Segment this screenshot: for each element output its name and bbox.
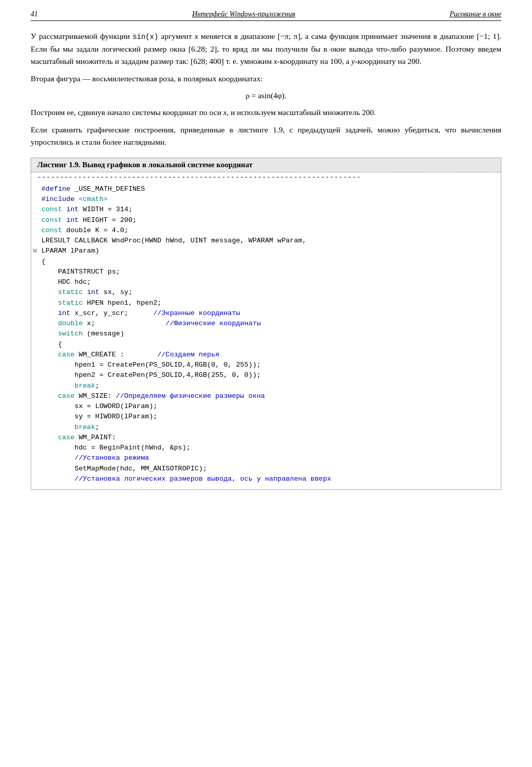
- code-line-1: #define _USE_MATH_DEFINES: [41, 184, 501, 194]
- token-sx: sx = LOWORD(lParam);: [41, 401, 157, 412]
- token-sp-11: [83, 287, 87, 298]
- token-comment-13: //Экранные координаты: [153, 308, 240, 319]
- code-line-11: static int sx, sy;: [41, 287, 501, 298]
- token-hpen1: hpen1 = CreatePen(PS_SOLID,4,RGB(0, 0, 2…: [41, 360, 261, 370]
- token-val: _USE_MATH_DEFINES: [71, 184, 145, 194]
- token-wmcreate: WM_CREATE :: [75, 350, 157, 360]
- token-indent-21: [41, 391, 58, 401]
- token-rest-11: sx, sy;: [99, 287, 132, 298]
- formula-block: ρ = asin(4φ).: [31, 91, 501, 100]
- dashes-text: ----------------------------------------…: [37, 173, 361, 181]
- token-include-kw: #include: [41, 194, 75, 205]
- token-indent-24: [41, 422, 75, 433]
- token-int2: int: [66, 215, 79, 225]
- token-define: #define: [41, 184, 71, 194]
- token-indent-13: [41, 308, 58, 319]
- token-indent-20: [41, 381, 75, 391]
- token-case3: case: [58, 433, 74, 443]
- listing-dashes: ----------------------------------------…: [31, 172, 501, 181]
- code-line-23: sy = HIWORD(lParam);: [41, 412, 501, 422]
- code-line-15: switch (message): [41, 329, 501, 339]
- token-static: static: [58, 287, 83, 298]
- code-line-20: break;: [41, 381, 501, 391]
- token-static2: static: [58, 298, 83, 308]
- paragraph-2: Вторая фигура — восьмилепестковая роза, …: [31, 73, 501, 85]
- token-rest: WIDTH = 314;: [79, 205, 132, 215]
- code-line-10: HDC hdc;: [41, 277, 501, 287]
- token-lparam: LPARAM lParam): [41, 246, 99, 256]
- page: 41 Интерфейс Windows-приложения Рисовани…: [0, 0, 532, 767]
- token-comment-17: //Создаем перья: [157, 350, 220, 360]
- code-line-14: double x; //Физические координаты: [41, 319, 501, 329]
- token-sy: sy = HIWORD(lParam);: [41, 412, 157, 422]
- paragraph-1: У рассматриваемой функции sin(x) аргумен…: [31, 30, 501, 67]
- token-comment-29: //Установка логических размеров вывода, …: [75, 474, 331, 484]
- formula-text: ρ = asin(4φ).: [245, 91, 286, 100]
- token-rest2: HEIGHT = 200;: [79, 215, 136, 225]
- code-line-26: hdc = BeginPaint(hWnd, &ps);: [41, 443, 501, 453]
- token-lresult: LRESULT CALLBACK WndProc(HWND hWnd, UINT…: [41, 236, 306, 246]
- token-rest-13: x_scr, y_scr;: [71, 308, 153, 319]
- page-header: 41 Интерфейс Windows-приложения Рисовани…: [31, 10, 501, 21]
- token-brace2: {: [41, 340, 62, 350]
- token-beginpaint: hdc = BeginPaint(hWnd, &ps);: [41, 443, 191, 453]
- token-rest3: double K = 4.0;: [62, 225, 129, 236]
- token-case2: case: [58, 391, 74, 401]
- token-switch: switch: [58, 329, 83, 339]
- code-line-5: const double K = 4.0;: [41, 225, 501, 236]
- token-semi-24: ;: [95, 422, 99, 433]
- token-case1: case: [58, 350, 74, 360]
- code-line-21: case WM_SIZE: //Определяем физические ра…: [41, 391, 501, 401]
- code-line-17: case WM_CREATE : //Создаем перья: [41, 350, 501, 360]
- code-line-13: int x_scr, y_scr; //Экранные координаты: [41, 308, 501, 319]
- token-sp: [62, 205, 66, 215]
- token-indent-25: [41, 433, 58, 443]
- token-include-val: <cmath>: [75, 194, 108, 205]
- token-const: const: [41, 205, 62, 215]
- token-indent-14: [41, 319, 58, 329]
- code-line-27: //Установка режима: [41, 453, 501, 463]
- token-int-13: int: [58, 308, 70, 319]
- token-comment-21: //Определяем физические размеры окна: [116, 391, 265, 401]
- code-line-8: {: [41, 257, 501, 267]
- paragraph-3: Построим ее, сдвинув начало системы коор…: [31, 106, 501, 119]
- code-line-18: hpen1 = CreatePen(PS_SOLID,4,RGB(0, 0, 2…: [41, 360, 501, 370]
- code-line-16: {: [41, 340, 501, 350]
- token-indent-12: [41, 298, 58, 308]
- code-line-25: case WM_PAINT:: [41, 433, 501, 443]
- code-line-9: PAINTSTRUCT ps;: [41, 267, 501, 277]
- section-title: Рисование в окне: [450, 10, 501, 18]
- code-line-2: #include <cmath>: [41, 194, 501, 205]
- code-line-29: //Установка логических размеров вывода, …: [41, 474, 501, 484]
- token-rest-14: x;: [83, 319, 166, 329]
- token-rest-15: (message): [83, 329, 124, 339]
- token-setmapmode: SetMapMode(hdc, MM_ANISOTROPIC);: [41, 464, 207, 474]
- token-int-11: int: [87, 287, 99, 298]
- page-number: 41: [31, 10, 38, 18]
- token-paintstruct: PAINTSTRUCT ps;: [41, 267, 120, 277]
- token-rest-12: HPEN hpen1, hpen2;: [83, 298, 161, 308]
- token-hpen2: hpen2 = CreatePen(PS_SOLID,4,RGB(255, 0,…: [41, 370, 261, 380]
- token-comment-27: //Установка режима: [75, 453, 149, 463]
- token-indent-15: [41, 329, 58, 339]
- token-break2: break: [75, 422, 96, 433]
- code-line-6: LRESULT CALLBACK WndProc(HWND hWnd, UINT…: [41, 236, 501, 246]
- paragraph-4: Если сравнить графические построения, пр…: [31, 124, 501, 148]
- listing-title: Листинг 1.9. Вывод графиков в локальной …: [31, 158, 501, 172]
- token-sp2: [62, 215, 66, 225]
- chapter-title: Интерфейс Windows-приложения: [192, 10, 295, 18]
- code-line-19: hpen2 = CreatePen(PS_SOLID,4,RGB(255, 0,…: [41, 370, 501, 380]
- code-area: #define _USE_MATH_DEFINES #include <cmat…: [31, 181, 501, 489]
- code-line-22: sx = LOWORD(lParam);: [41, 401, 501, 412]
- token-indent-11: [41, 287, 58, 298]
- token-int: int: [66, 205, 79, 215]
- code-line-28: SetMapMode(hdc, MM_ANISOTROPIC);: [41, 464, 501, 474]
- token-comment-14: //Физические координаты: [166, 319, 261, 329]
- code-line-4: const int HEIGHT = 200;: [41, 215, 501, 225]
- code-line-3: const int WIDTH = 314;: [41, 205, 501, 215]
- token-break1: break: [75, 381, 96, 391]
- listing-box: Листинг 1.9. Вывод графиков в локальной …: [31, 157, 501, 490]
- token-hdc: HDC hdc;: [41, 277, 91, 287]
- collapse-icon[interactable]: ⊟: [33, 246, 37, 255]
- listing-title-text: Листинг 1.9. Вывод графиков в локальной …: [37, 161, 252, 169]
